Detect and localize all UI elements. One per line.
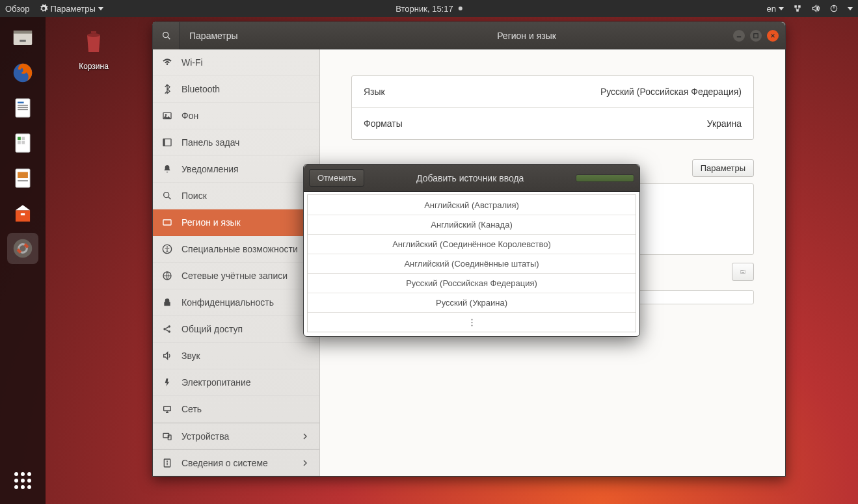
sidebar-item-bluetooth[interactable]: Bluetooth: [153, 76, 319, 103]
keyboard-layout-button[interactable]: [732, 263, 754, 281]
sidebar-item-share[interactable]: Общий доступ: [153, 316, 319, 343]
sidebar-item-power[interactable]: Электропитание: [153, 369, 319, 396]
input-sources-options-button[interactable]: Параметры: [692, 159, 754, 177]
dock-item-impress[interactable]: [7, 163, 38, 194]
show-applications-button[interactable]: [7, 465, 38, 496]
svg-point-49: [471, 325, 472, 326]
sidebar-item-dock[interactable]: Панель задач: [153, 129, 319, 156]
datetime-label: Вторник, 15:17: [395, 4, 453, 14]
wifi-icon: [162, 57, 172, 68]
sidebar-item-label: Звук: [181, 351, 200, 361]
svg-rect-9: [18, 109, 28, 111]
power-icon[interactable]: [829, 4, 838, 13]
input-source-option[interactable]: Русский (Российская Федерация): [308, 273, 636, 293]
chevron-down-icon: [98, 7, 103, 10]
minimize-icon: [736, 33, 742, 38]
dock-item-writer[interactable]: [7, 92, 38, 124]
sidebar-item-label: Фон: [181, 111, 198, 121]
dock-item-files[interactable]: [7, 22, 38, 53]
chevron-down-icon: [848, 7, 853, 10]
sidebar-item-label: Специальные возможности: [181, 244, 298, 254]
top-bar: Обзор Параметры Вторник, 15:17 en: [0, 0, 858, 17]
chevron-down-icon: [779, 7, 784, 10]
sidebar-item-network[interactable]: Сеть: [153, 396, 319, 423]
sidebar-item-a11y[interactable]: Специальные возможности: [153, 236, 319, 263]
input-language-indicator[interactable]: en: [767, 4, 784, 14]
input-source-option[interactable]: Английский (Соединённое Королевство): [308, 234, 636, 254]
formats-row[interactable]: Форматы Украина: [352, 107, 753, 139]
window-titlebar[interactable]: Параметры Регион и язык: [153, 22, 785, 49]
svg-rect-43: [742, 271, 742, 271]
input-source-option[interactable]: Английский (Австралия): [308, 195, 636, 215]
desktop-trash[interactable]: Корзина: [68, 26, 120, 71]
cancel-button[interactable]: Отменить: [309, 169, 364, 187]
input-source-option[interactable]: Русский (Украина): [308, 293, 636, 312]
sidebar-item-label: Поиск: [181, 191, 207, 201]
dock-item-calc[interactable]: [7, 127, 38, 159]
info-icon: [162, 458, 172, 468]
sidebar-search-button[interactable]: [153, 22, 180, 49]
sidebar-item-wifi[interactable]: Wi-Fi: [153, 49, 319, 76]
volume-icon[interactable]: [811, 4, 820, 13]
svg-rect-16: [18, 172, 28, 179]
sidebar-item-privacy[interactable]: Конфиденциальность: [153, 289, 319, 316]
svg-point-22: [163, 32, 168, 37]
svg-rect-18: [21, 213, 25, 215]
close-button[interactable]: [767, 30, 779, 42]
dock-item-settings[interactable]: [7, 233, 38, 264]
sidebar-item-label: Конфиденциальность: [181, 297, 274, 308]
panel-title: Регион и язык: [320, 31, 733, 41]
svg-rect-45: [743, 271, 744, 271]
trash-icon: [78, 26, 109, 57]
svg-rect-42: [741, 271, 742, 271]
dock-item-software[interactable]: [7, 198, 38, 229]
search-icon: [161, 31, 172, 41]
sidebar-item-region[interactable]: Регион и язык: [153, 209, 319, 236]
dialog-title: Добавить источник ввода: [369, 173, 570, 183]
sound-icon: [162, 351, 172, 361]
more-options-button[interactable]: [308, 312, 636, 332]
maximize-button[interactable]: [750, 30, 762, 42]
maximize-icon: [753, 33, 758, 38]
chevron-right-icon: [300, 458, 310, 468]
language-row[interactable]: Язык Русский (Российская Федерация): [352, 76, 753, 107]
svg-rect-3: [20, 40, 26, 42]
dock-item-firefox[interactable]: [7, 57, 38, 88]
impress-icon: [10, 166, 35, 191]
a11y-icon: [162, 244, 172, 254]
sidebar-item-accounts[interactable]: Сетевые учётные записи: [153, 263, 319, 289]
sidebar-item-bell[interactable]: Уведомления: [153, 156, 319, 183]
apps-grid-icon: [14, 472, 31, 489]
activities-button[interactable]: Обзор: [5, 4, 30, 14]
network-icon: [162, 404, 172, 414]
network-icon[interactable]: [793, 4, 802, 13]
input-source-option[interactable]: Английский (Канада): [308, 215, 636, 234]
sidebar-item-label: Wi-Fi: [181, 57, 203, 68]
more-vertical-icon: [471, 318, 473, 327]
svg-point-47: [471, 319, 472, 320]
chevron-right-icon: [300, 431, 310, 442]
close-icon: [770, 33, 775, 38]
language-row-value: Русский (Российская Федерация): [600, 86, 742, 97]
app-menu-label: Параметры: [51, 4, 96, 14]
notification-dot-icon: [459, 7, 463, 10]
svg-point-40: [167, 460, 168, 462]
dialog-titlebar[interactable]: Отменить Добавить источник ввода: [304, 165, 639, 192]
svg-rect-14: [21, 141, 25, 144]
sidebar-item-background[interactable]: Фон: [153, 103, 319, 129]
sidebar-item-sound[interactable]: Звук: [153, 343, 319, 369]
svg-rect-44: [742, 271, 743, 271]
region-language-group: Язык Русский (Российская Федерация) Форм…: [351, 75, 754, 140]
sidebar-item-devices[interactable]: Устройства: [153, 423, 319, 449]
input-source-option[interactable]: Английский (Соединённые штаты): [308, 254, 636, 273]
app-menu[interactable]: Параметры: [39, 4, 103, 14]
svg-rect-11: [18, 137, 21, 140]
add-button[interactable]: [576, 174, 634, 182]
sidebar-item-search[interactable]: Поиск: [153, 183, 319, 209]
search-icon: [162, 191, 172, 201]
minimize-button[interactable]: [733, 30, 745, 42]
clock[interactable]: Вторник, 15:17: [395, 4, 462, 14]
svg-rect-46: [742, 272, 744, 273]
sidebar-item-info[interactable]: Сведения о системе: [153, 449, 319, 476]
svg-rect-23: [754, 33, 758, 37]
